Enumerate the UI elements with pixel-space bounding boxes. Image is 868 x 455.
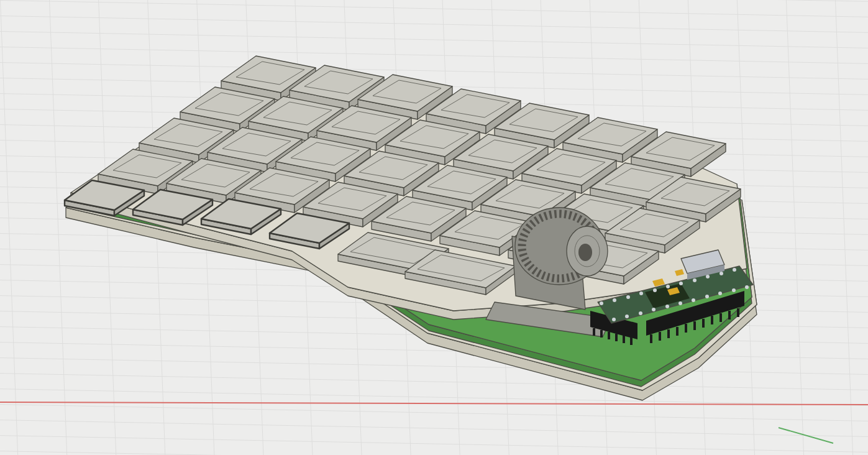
encoder-shaft-face <box>578 244 592 261</box>
cad-viewport[interactable] <box>0 0 868 455</box>
